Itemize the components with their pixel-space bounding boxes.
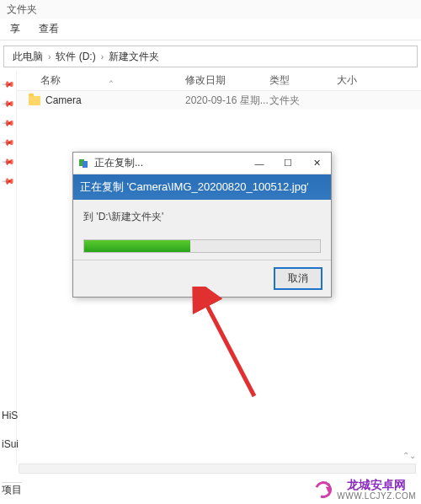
folder-icon [29, 96, 40, 105]
crumb-this-pc[interactable]: 此电脑 [9, 50, 46, 64]
horizontal-scrollbar[interactable] [19, 464, 416, 474]
column-date[interactable]: 修改日期 [185, 73, 269, 88]
pin-icon: 📌 [1, 174, 14, 187]
pin-icon: 📌 [1, 96, 14, 110]
dialog-banner: 正在复制 'Camera\IMG_20200820_100512.jpg' [73, 174, 331, 200]
destination-text: 到 'D:\新建文件夹' [83, 210, 321, 224]
progress-fill [84, 240, 190, 252]
quick-access-rail: 📌 📌 📌 📌 📌 📌 [0, 71, 17, 465]
column-header-row: 名称 ^ 修改日期 类型 大小 [17, 71, 421, 91]
watermark-title: 龙城安卓网 [337, 479, 416, 491]
pin-icon: 📌 [1, 115, 14, 129]
status-fragment: 项目 [2, 482, 22, 497]
cell-name: Camera [45, 94, 82, 106]
pin-icon: 📌 [1, 135, 14, 148]
column-name[interactable]: 名称 ^ [17, 73, 185, 88]
column-type[interactable]: 类型 [269, 73, 337, 88]
watermark-logo-icon [312, 479, 335, 501]
watermark: 龙城安卓网 WWW.LCJYZ.COM [315, 479, 416, 501]
copy-icon [78, 158, 90, 169]
chevron-right-icon: › [99, 52, 105, 62]
cancel-button[interactable]: 取消 [274, 267, 322, 290]
cell-date: 2020-09-16 星期... [185, 94, 269, 108]
pin-icon: 📌 [1, 77, 14, 90]
scroll-arrow-icon[interactable]: ⌃⌄ [402, 451, 416, 460]
column-size[interactable]: 大小 [337, 73, 387, 88]
crumb-folder[interactable]: 新建文件夹 [105, 50, 163, 64]
sidebar-fragment: HiS [2, 410, 18, 421]
share-menu[interactable]: 享 [7, 19, 24, 39]
pin-icon: 📌 [1, 154, 14, 168]
dialog-titlebar[interactable]: 正在复制... — ☐ ✕ [73, 153, 331, 174]
chevron-right-icon: › [46, 52, 52, 62]
close-button[interactable]: ✕ [302, 153, 331, 174]
titlebar-fragment: 文件夹 [0, 0, 421, 19]
breadcrumb[interactable]: 此电脑 › 软件 (D:) › 新建文件夹 [3, 46, 418, 67]
cell-type: 文件夹 [269, 94, 337, 108]
crumb-drive[interactable]: 软件 (D:) [52, 50, 99, 64]
copy-dialog: 正在复制... — ☐ ✕ 正在复制 'Camera\IMG_20200820_… [72, 152, 332, 298]
sidebar-fragment: iSui [2, 438, 19, 450]
maximize-button[interactable]: ☐ [274, 153, 302, 174]
watermark-url: WWW.LCJYZ.COM [337, 491, 416, 501]
progress-bar [83, 239, 321, 253]
dialog-title: 正在复制... [94, 156, 245, 170]
minimize-button[interactable]: — [245, 153, 274, 174]
table-row[interactable]: Camera 2020-09-16 星期... 文件夹 [17, 91, 421, 110]
sort-indicator-icon: ^ [109, 78, 113, 86]
menu-bar: 享 查看 [0, 19, 421, 40]
view-menu[interactable]: 查看 [35, 19, 62, 39]
